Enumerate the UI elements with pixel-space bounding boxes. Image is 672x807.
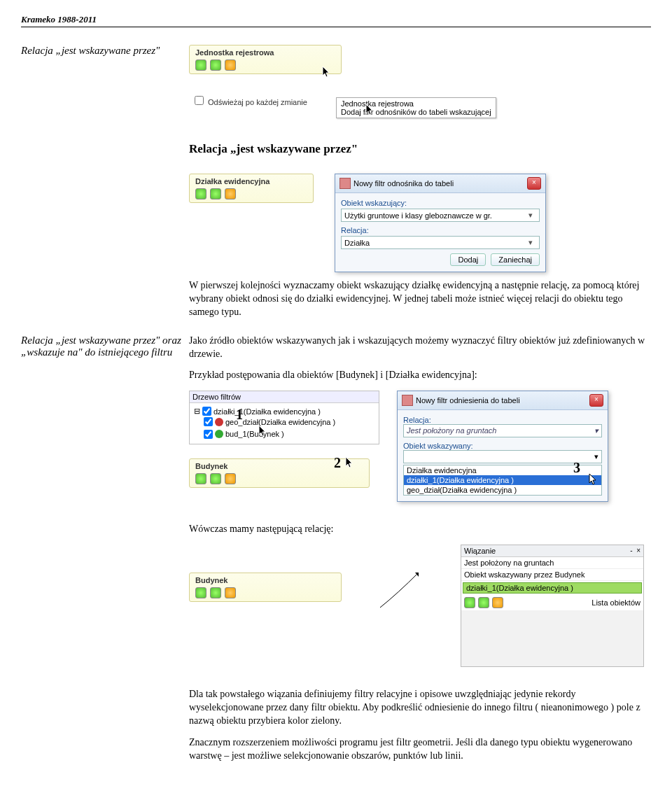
tree-item-label: działki_1(Działka ewidencyjna ) — [214, 407, 321, 416]
toolbar-icon — [478, 597, 489, 608]
tree-checkbox[interactable] — [204, 417, 213, 426]
combo-value: Użytki gruntowe i klasy gleboznawcze w g… — [344, 211, 492, 220]
toolbar-icon — [464, 597, 475, 608]
panel-budynek: Budynek 2 — [189, 458, 370, 488]
window-icon — [340, 178, 351, 189]
combo-obiekt-wsk[interactable]: ▾ — [403, 450, 602, 463]
annotation-1: 1 — [236, 407, 243, 423]
cursor-icon — [345, 456, 355, 469]
paragraph: Wówczas mamy następującą relację: — [189, 523, 651, 536]
tree-item[interactable]: geo_dział(Działka ewidencyjna ) 1 — [194, 416, 374, 427]
toolbar-icon — [195, 587, 206, 598]
dialog-title: Nowy filtr odnośnika do tabeli — [354, 179, 454, 188]
section1-label: Relacja „jest wskazywane przez" — [21, 45, 189, 57]
tree-panel: Drzewo filtrów ⊟ działki_1(Działka ewide… — [189, 391, 379, 444]
lista-label: Lista obiektów — [592, 598, 640, 607]
panel-title: Budynek — [195, 576, 335, 584]
refresh-checkbox[interactable] — [195, 96, 204, 105]
dot-icon — [215, 430, 223, 438]
annotation-2: 2 — [334, 455, 341, 471]
chevron-down-icon: ▾ — [525, 211, 536, 220]
close-icon[interactable]: × — [527, 177, 541, 190]
wiazanie-title: Wiązanie — [464, 547, 496, 555]
combo-value: Jest położony na gruntach — [407, 426, 496, 435]
wiazanie-row: Jest położony na gruntach — [461, 557, 643, 569]
dialog-nowy-filtr-odniesienia: Nowy filtr odniesienia do tabeli × Relac… — [397, 391, 608, 502]
window-icon — [402, 395, 413, 406]
toolbar-icon — [195, 473, 206, 484]
tree-checkbox[interactable] — [204, 430, 213, 439]
dialog-nowy-filtr: Nowy filtr odnośnika do tabeli × Obiekt … — [335, 174, 546, 272]
paragraph: W pierwszej kolejności wyznaczamy obiekt… — [189, 279, 651, 319]
chevron-down-icon: ▾ — [594, 426, 598, 435]
paragraph: Dla tak powstałego wiązania definiujemy … — [189, 688, 651, 728]
cursor-icon — [258, 425, 268, 437]
toolbar-icon — [225, 59, 236, 71]
option-label: Działka ewidencyjna — [407, 466, 477, 475]
list-option[interactable]: geo_dział(Działka ewidencyjna ) — [404, 485, 601, 495]
section3-label: Relacja „jest wskazywane przez" oraz „ws… — [21, 335, 189, 358]
panel-controls[interactable]: - × — [630, 547, 640, 555]
screenshot-jednostka: Jednostka rejestrowa Odświeżaj po każdej… — [189, 45, 361, 128]
tree-item[interactable]: bud_1(Budynek ) — [194, 427, 374, 441]
tree-title: Drzewo filtrów — [190, 391, 379, 403]
wiazanie-panel: Wiązanie - × Jest położony na gruntach O… — [461, 545, 644, 667]
toolbar-icon — [225, 188, 236, 199]
chevron-down-icon: ▾ — [594, 452, 598, 461]
paragraph: Znacznym rozszerzeniem możliwości progra… — [189, 736, 651, 763]
paragraph: Przykład postępowania dla obiektów [Budy… — [189, 369, 651, 382]
chevron-down-icon: ▾ — [525, 238, 536, 247]
dialog-title: Nowy filtr odniesienia do tabeli — [416, 396, 520, 405]
cancel-button[interactable]: Zaniechaj — [491, 253, 540, 266]
toolbar-icon — [210, 188, 221, 199]
list-option[interactable]: Działka ewidencyjna 3 — [404, 465, 601, 475]
tooltip: Jednostka rejestrowa Dodaj filtr odnośni… — [336, 97, 496, 118]
dot-icon — [215, 418, 223, 426]
option-label: działki_1(Działka ewidencyjna ) — [407, 476, 514, 484]
close-icon[interactable]: × — [589, 394, 603, 407]
refresh-checkbox-label: Odświeżaj po każdej zmianie — [208, 98, 307, 106]
cursor-icon — [365, 104, 375, 116]
tooltip-line: Dodaj filtr odnośników do tabeli wskazuj… — [341, 108, 491, 116]
tree-item[interactable]: ⊟ działki_1(Działka ewidencyjna ) — [194, 406, 374, 416]
combo-relacja[interactable]: Jest położony na gruntach ▾ — [403, 424, 602, 437]
dropdown-list[interactable]: Działka ewidencyjna 3 działki_1(Działka … — [403, 465, 602, 496]
toolbar-icon — [195, 188, 206, 199]
combo-relacja[interactable]: Działka ▾ — [341, 236, 540, 249]
empty-list-area — [461, 610, 643, 666]
combo-value: Działka — [344, 239, 370, 247]
label-relacja: Relacja: — [341, 226, 540, 234]
wiazanie-row: Obiekt wskazywany przez Budynek — [461, 569, 643, 581]
label-relacja: Relacja: — [403, 416, 602, 424]
toolbar-icon — [225, 473, 236, 484]
annotation-3: 3 — [573, 460, 580, 476]
tooltip-line: Jednostka rejestrowa — [341, 99, 491, 108]
list-option-selected[interactable]: działki_1(Działka ewidencyjna ) — [404, 475, 601, 485]
toolbar-icon — [210, 473, 221, 484]
combo-obiekt[interactable]: Użytki gruntowe i klasy gleboznawcze w g… — [341, 209, 540, 222]
cursor-icon — [589, 473, 598, 486]
add-button[interactable]: Dodaj — [450, 253, 486, 266]
toolbar-icon — [210, 59, 221, 71]
screenshot-dzialka: Działka ewidencyjna — [189, 174, 314, 203]
toolbar-icon — [195, 59, 206, 71]
page-header: Krameko 1988-2011 — [21, 14, 651, 27]
tree-checkbox[interactable] — [202, 407, 211, 416]
wiazanie-green-field: działki_1(Działka ewidencyjna ) — [463, 582, 642, 594]
toolbar-icon — [492, 597, 503, 608]
tree-item-label: bud_1(Budynek ) — [225, 430, 284, 438]
toolbar-icon — [210, 587, 221, 598]
paragraph: Jako źródło obiektów wskazywanych jak i … — [189, 335, 651, 361]
panel-title: Jednostka rejestrowa — [195, 48, 335, 57]
arrow-connector — [377, 566, 426, 636]
cursor-icon — [322, 66, 332, 78]
toolbar-icon — [225, 587, 236, 598]
section2-heading: Relacja „jest wskazywane przez" — [189, 142, 651, 156]
panel-title: Działka ewidencyjna — [195, 177, 307, 185]
label-obiekt-wskazywany: Obiekt wskazywany: — [403, 442, 602, 450]
panel-budynek-2: Budynek — [189, 573, 342, 602]
label-obiekt: Obiekt wskazujący: — [341, 199, 540, 207]
